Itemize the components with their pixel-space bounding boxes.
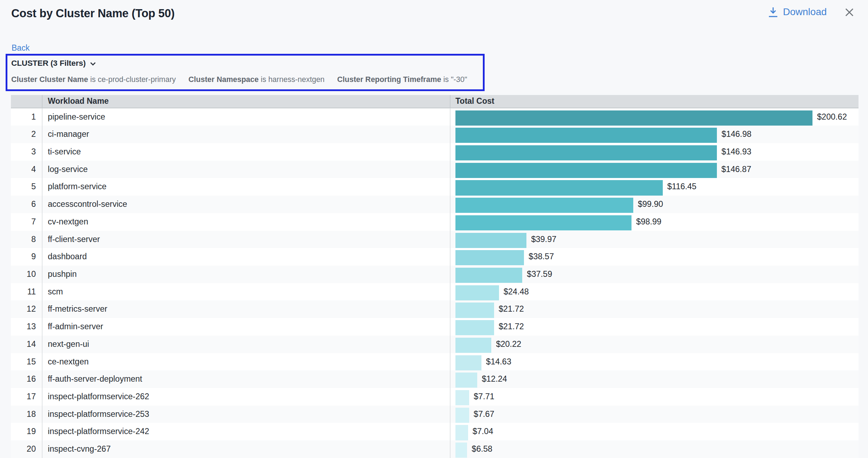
table-row[interactable]: 11 scm $24.48 <box>11 283 859 301</box>
workload-name: accesscontrol-service <box>48 196 127 213</box>
filter-chip: Cluster Cluster Name is ce-prod-cluster-… <box>11 75 176 84</box>
download-icon <box>768 7 778 18</box>
table-row[interactable]: 13 ff-admin-server $21.72 <box>11 318 859 336</box>
workload-name: inspect-cvng-267 <box>48 440 111 458</box>
row-rank: 5 <box>11 178 36 196</box>
page-title: Cost by Cluster Name (Top 50) <box>11 7 175 20</box>
cost-value: $116.45 <box>667 178 697 196</box>
cost-value: $39.97 <box>531 231 556 248</box>
filter-group-label: CLUSTER (3 Filters) <box>11 59 86 68</box>
table-row[interactable]: 16 ff-auth-server-deployment $12.24 <box>11 370 859 388</box>
filter-chip: Cluster Reporting Timeframe is "-30" <box>337 75 467 84</box>
workload-name: inspect-platformservice-262 <box>48 388 149 406</box>
table-row[interactable]: 19 inspect-platformservice-242 $7.04 <box>11 423 859 440</box>
workload-name: platform-service <box>48 178 106 196</box>
cost-value: $24.48 <box>504 283 529 301</box>
table-row[interactable]: 15 ce-nextgen $14.63 <box>11 353 859 371</box>
workload-name: ff-auth-server-deployment <box>48 370 142 388</box>
cost-table: Workload Name Total Cost 1 pipeline-serv… <box>11 95 859 458</box>
workload-name: ff-admin-server <box>48 318 103 336</box>
cost-value: $21.72 <box>499 318 524 336</box>
filter-condition: is "-30" <box>443 75 467 84</box>
table-header-row: Workload Name Total Cost <box>11 95 859 108</box>
cost-value: $14.63 <box>486 353 511 371</box>
table-row[interactable]: 14 next-gen-ui $20.22 <box>11 336 859 353</box>
row-rank: 13 <box>11 318 36 336</box>
cost-bar <box>455 268 522 283</box>
cost-value: $38.57 <box>529 248 554 266</box>
cost-value: $7.71 <box>474 388 494 406</box>
column-header-total-cost: Total Cost <box>455 95 494 108</box>
cost-bar <box>455 303 494 318</box>
cost-bar <box>455 250 524 265</box>
cost-value: $146.93 <box>721 143 751 161</box>
row-rank: 6 <box>11 196 36 213</box>
workload-name: scm <box>48 283 63 301</box>
filter-chip: Cluster Namespace is harness-nextgen <box>188 75 324 84</box>
download-label: Download <box>783 6 827 18</box>
cost-value: $7.67 <box>474 406 494 423</box>
workload-name: ti-service <box>48 143 81 161</box>
cost-value: $200.62 <box>817 108 847 126</box>
table-row[interactable]: 5 platform-service $116.45 <box>11 178 859 196</box>
filter-field-name: Cluster Cluster Name <box>11 75 88 84</box>
cost-value: $21.72 <box>499 300 524 318</box>
table-row[interactable]: 3 ti-service $146.93 <box>11 143 859 161</box>
cost-bar <box>455 128 717 143</box>
row-rank: 19 <box>11 423 36 440</box>
row-rank: 18 <box>11 406 36 423</box>
workload-name: ff-metrics-server <box>48 300 107 318</box>
cost-bar <box>455 425 468 440</box>
row-rank: 2 <box>11 126 36 143</box>
cost-bar <box>455 233 526 248</box>
filter-condition: is harness-nextgen <box>261 75 325 84</box>
row-rank: 12 <box>11 300 36 318</box>
filter-field-name: Cluster Namespace <box>188 75 259 84</box>
row-rank: 7 <box>11 213 36 231</box>
close-button[interactable] <box>844 8 855 18</box>
cost-bar <box>455 408 469 423</box>
chevron-down-icon <box>90 59 96 68</box>
workload-name: pipeline-service <box>48 108 105 126</box>
table-row[interactable]: 7 cv-nextgen $98.99 <box>11 213 859 231</box>
cost-bar <box>455 180 663 195</box>
filter-field-name: Cluster Reporting Timeframe <box>337 75 441 84</box>
table-row[interactable]: 1 pipeline-service $200.62 <box>11 108 859 126</box>
table-row[interactable]: 20 inspect-cvng-267 $6.58 <box>11 440 859 458</box>
cost-value: $7.04 <box>473 423 493 440</box>
workload-name: dashboard <box>48 248 87 266</box>
row-rank: 10 <box>11 266 36 283</box>
workload-name: next-gen-ui <box>48 336 89 353</box>
workload-name: inspect-platformservice-253 <box>48 406 149 423</box>
table-row[interactable]: 6 accesscontrol-service $99.90 <box>11 196 859 213</box>
table-row[interactable]: 2 ci-manager $146.98 <box>11 126 859 143</box>
filter-group-toggle[interactable]: CLUSTER (3 Filters) <box>11 59 96 68</box>
column-divider <box>450 108 451 458</box>
workload-name: inspect-platformservice-242 <box>48 423 149 440</box>
row-rank: 3 <box>11 143 36 161</box>
close-icon <box>845 8 854 18</box>
cost-bar <box>455 145 717 160</box>
workload-name: pushpin <box>48 266 77 283</box>
table-row[interactable]: 10 pushpin $37.59 <box>11 266 859 283</box>
table-row[interactable]: 4 log-service $146.87 <box>11 161 859 178</box>
download-button[interactable]: Download <box>768 6 827 18</box>
table-row[interactable]: 18 inspect-platformservice-253 $7.67 <box>11 406 859 423</box>
row-rank: 17 <box>11 388 36 406</box>
workload-name: ff-client-server <box>48 231 100 248</box>
cost-value: $6.58 <box>472 440 492 458</box>
cost-value: $37.59 <box>527 266 552 283</box>
table-row[interactable]: 8 ff-client-server $39.97 <box>11 231 859 248</box>
table-row[interactable]: 9 dashboard $38.57 <box>11 248 859 266</box>
cost-value: $98.99 <box>636 213 661 231</box>
row-rank: 8 <box>11 231 36 248</box>
cost-bar <box>455 163 717 178</box>
applied-filters-row: Cluster Cluster Name is ce-prod-cluster-… <box>11 75 478 84</box>
filter-condition: is ce-prod-cluster-primary <box>90 75 176 84</box>
cost-value: $12.24 <box>482 370 507 388</box>
column-header-workload-name: Workload Name <box>48 95 109 108</box>
back-link[interactable]: Back <box>12 43 30 53</box>
table-row[interactable]: 12 ff-metrics-server $21.72 <box>11 300 859 318</box>
table-row[interactable]: 17 inspect-platformservice-262 $7.71 <box>11 388 859 406</box>
row-rank: 11 <box>11 283 36 301</box>
